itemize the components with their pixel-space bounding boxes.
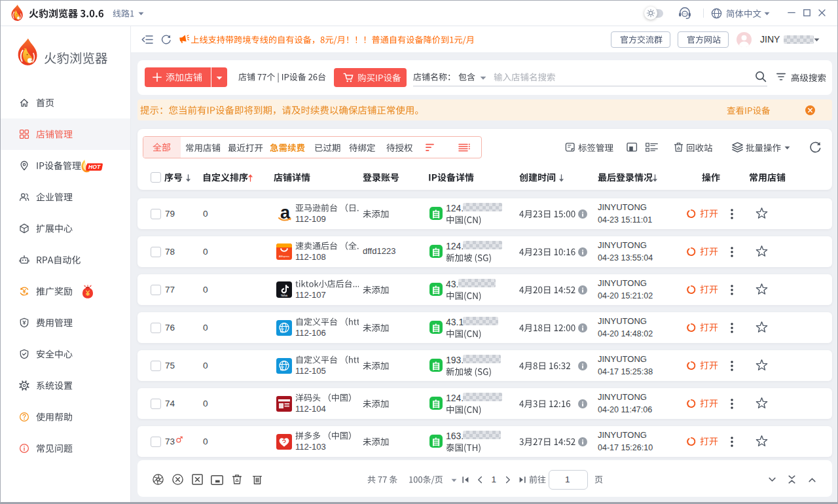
svg-text:AliExpress: AliExpress — [279, 255, 289, 258]
svg-text:HOT: HOT — [88, 164, 101, 170]
svg-text:TikTok: TikTok — [281, 295, 287, 297]
